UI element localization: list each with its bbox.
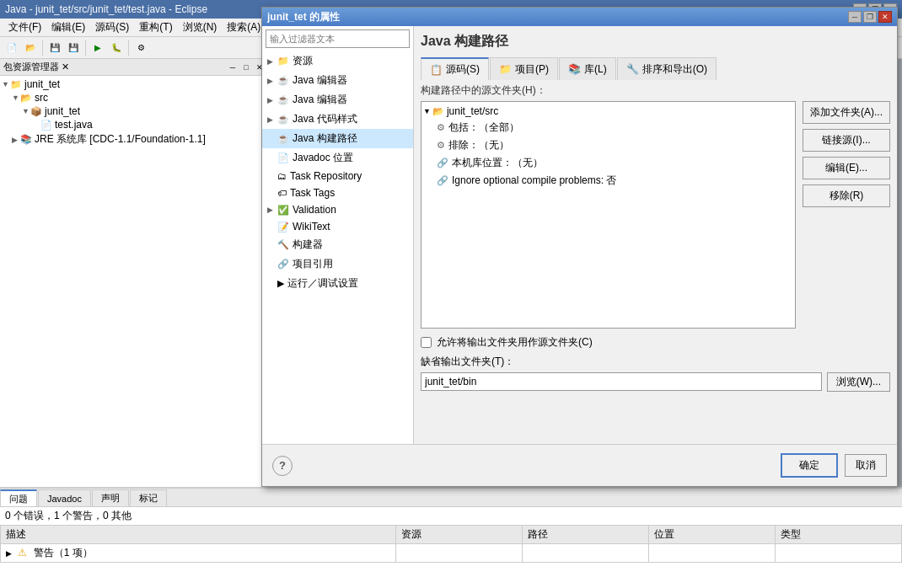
tab-libraries[interactable]: 📚 库(L)	[559, 57, 616, 80]
menu-file[interactable]: 文件(F)	[3, 19, 46, 36]
nav-arrow-javaeditor1: ▶	[267, 77, 277, 85]
nav-arrow-codestyle: ▶	[267, 115, 277, 124]
nav-task-repository[interactable]: 🗂 Task Repository	[262, 168, 413, 184]
cancel-button[interactable]: 取消	[845, 454, 887, 477]
arrow-4: ▶	[12, 136, 20, 144]
menu-edit[interactable]: 编辑(E)	[46, 19, 90, 36]
tree-item-package[interactable]: ▼ 📦 junit_tet	[2, 104, 267, 118]
nav-label-taskrepo: Task Repository	[290, 170, 362, 182]
output-input[interactable]	[421, 372, 822, 391]
col-type: 类型	[775, 526, 901, 544]
warning-location	[649, 544, 776, 563]
nav-icon-wikitext: 📝	[277, 222, 289, 233]
nav-arrow-resources: ▶	[267, 57, 277, 66]
tab-source[interactable]: 📋 源码(S)	[421, 57, 489, 80]
tab-order-label: 排序和导出(O)	[642, 62, 707, 77]
package-icon: 📦	[30, 106, 42, 117]
nav-java-editor-2[interactable]: ▶ ☕ Java 编辑器	[262, 90, 413, 110]
panel-minimize-btn[interactable]: ─	[227, 61, 239, 73]
tab-libraries-icon: 📚	[568, 63, 581, 75]
bottom-tab-declaration[interactable]: 声明	[92, 489, 129, 506]
dialog-content: Java 构建路径 📋 源码(S) 📁 项目(P) 📚 库(L)	[414, 26, 897, 444]
filter-input[interactable]	[266, 29, 410, 48]
nav-arrow-javaeditor2: ▶	[267, 96, 277, 104]
link-source-button[interactable]: 链接源(I)...	[803, 129, 890, 152]
browse-button[interactable]: 浏览(W)...	[827, 372, 890, 392]
menu-search[interactable]: 搜索(A)	[222, 19, 266, 36]
dialog-title-text: junit_tet 的属性	[267, 10, 848, 24]
toolbar-save-all[interactable]: 💾	[65, 40, 82, 56]
nav-label-javaeditor1: Java 编辑器	[293, 73, 347, 88]
bottom-table: 描述 资源 路径 位置 类型 ▶ ⚠ 警告（1 项）	[0, 525, 902, 563]
nav-icon-resources: 📁	[277, 56, 289, 67]
nav-resources[interactable]: ▶ 📁 资源	[262, 51, 413, 71]
dialog-close-btn[interactable]: ✕	[878, 11, 892, 23]
nav-icon-buildpath: ☕	[277, 133, 289, 144]
toolbar-run[interactable]: ▶	[89, 40, 106, 56]
nav-label-codestyle: Java 代码样式	[293, 112, 357, 126]
output-row: 浏览(W)...	[421, 372, 890, 392]
menu-source[interactable]: 源码(S)	[90, 19, 134, 36]
toolbar-settings[interactable]: ⚙	[132, 40, 149, 56]
nav-builders[interactable]: 🔨 构建器	[262, 235, 413, 254]
source-child-excludes: ⚙ 排除：（无）	[437, 136, 616, 154]
nav-task-tags[interactable]: 🏷 Task Tags	[262, 184, 413, 201]
menu-navigate[interactable]: 浏览(N)	[178, 19, 223, 36]
warning-row[interactable]: ▶ ⚠ 警告（1 项）	[1, 544, 902, 563]
bottom-tab-javadoc[interactable]: Javadoc	[38, 489, 91, 506]
tree-item-testjava[interactable]: 📄 test.java	[2, 118, 267, 131]
java-file-icon: 📄	[40, 120, 52, 131]
nav-project-refs[interactable]: 🔗 项目引用	[262, 254, 413, 274]
nav-javadoc[interactable]: 📄 Javadoc 位置	[262, 148, 413, 168]
tree-item-junit-tet[interactable]: ▼ 📁 junit_tet	[2, 78, 267, 91]
source-root-header[interactable]: ▼ 📂 junit_tet/src	[423, 104, 498, 119]
ok-button[interactable]: 确定	[781, 453, 838, 478]
nav-java-editor-1[interactable]: ▶ ☕ Java 编辑器	[262, 71, 413, 90]
source-root-item[interactable]: ▼ 📂 junit_tet/src ⚙ 包括：（全部） ⚙	[423, 104, 793, 190]
dialog-restore-btn[interactable]: ❐	[863, 11, 877, 23]
nav-label-builders: 构建器	[293, 238, 323, 252]
arrow-2: ▼	[22, 107, 30, 115]
label-1: src	[35, 92, 48, 104]
panel-maximize-btn[interactable]: □	[240, 61, 252, 73]
toolbar-debug[interactable]: 🐛	[108, 40, 125, 56]
tree-item-jre[interactable]: ▶ 📚 JRE 系统库 [CDC-1.1/Foundation-1.1]	[2, 131, 267, 147]
tab-projects[interactable]: 📁 项目(P)	[490, 57, 558, 80]
bottom-tab-markers[interactable]: 标记	[130, 489, 167, 506]
checkbox-label: 允许将输出文件夹用作源文件夹(C)	[437, 335, 593, 350]
dialog-minimize-btn[interactable]: ─	[848, 11, 862, 23]
nav-wikitext[interactable]: 📝 WikiText	[262, 218, 413, 235]
toolbar-new[interactable]: 📄	[3, 40, 20, 56]
remove-button[interactable]: 移除(R)	[803, 184, 890, 207]
source-child-label-ignore: Ignore optional compile problems: 否	[452, 174, 616, 188]
label-2: junit_tet	[45, 105, 80, 117]
bottom-tab-problems[interactable]: 问题	[0, 489, 37, 506]
allow-output-checkbox[interactable]	[421, 337, 432, 348]
menu-refactor[interactable]: 重构(T)	[134, 19, 177, 36]
toolbar-open[interactable]: 📂	[22, 40, 39, 56]
nav-icon-validation: ✅	[277, 205, 289, 216]
add-folder-button[interactable]: 添加文件夹(A)...	[803, 101, 890, 124]
dialog-content-title: Java 构建路径	[421, 33, 890, 51]
edit-button[interactable]: 编辑(E)...	[803, 157, 890, 179]
properties-dialog[interactable]: junit_tet 的属性 ─ ❐ ✕ ▶ 📁 资源 ▶	[261, 7, 898, 487]
nav-run-debug[interactable]: ▶ 运行／调试设置	[262, 274, 413, 293]
help-button[interactable]: ?	[272, 456, 293, 476]
col-resource: 资源	[396, 526, 523, 544]
expand-arrow-icon: ▶	[6, 549, 12, 558]
nav-icon-taskrepo: 🗂	[277, 171, 287, 181]
tab-order-export[interactable]: 🔧 排序和导出(O)	[617, 57, 717, 80]
nav-java-buildpath[interactable]: ☕ Java 构建路径	[262, 129, 413, 148]
nav-icon-rundebug: ▶	[277, 278, 284, 289]
bottom-status-text: 0 个错误，1 个警告，0 其他	[0, 507, 902, 525]
nav-validation[interactable]: ▶ ✅ Validation	[262, 201, 413, 218]
source-child-label-excludes: 排除：（无）	[448, 138, 509, 152]
tree-item-src[interactable]: ▼ 📂 src	[2, 91, 267, 104]
toolbar-save[interactable]: 💾	[46, 40, 63, 56]
nav-java-codestyle[interactable]: ▶ ☕ Java 代码样式	[262, 110, 413, 129]
nav-label-tasktags: Task Tags	[290, 187, 335, 199]
dialog-nav: ▶ 📁 资源 ▶ ☕ Java 编辑器 ▶ ☕ Java 编辑器 ▶ ☕	[262, 26, 414, 444]
source-child-nativelib: 🔗 本机库位置：（无）	[437, 154, 616, 172]
toolbar-separator-2	[85, 40, 86, 56]
tabs-container: 📋 源码(S) 📁 项目(P) 📚 库(L) 🔧 排序和导出(O)	[421, 57, 890, 80]
